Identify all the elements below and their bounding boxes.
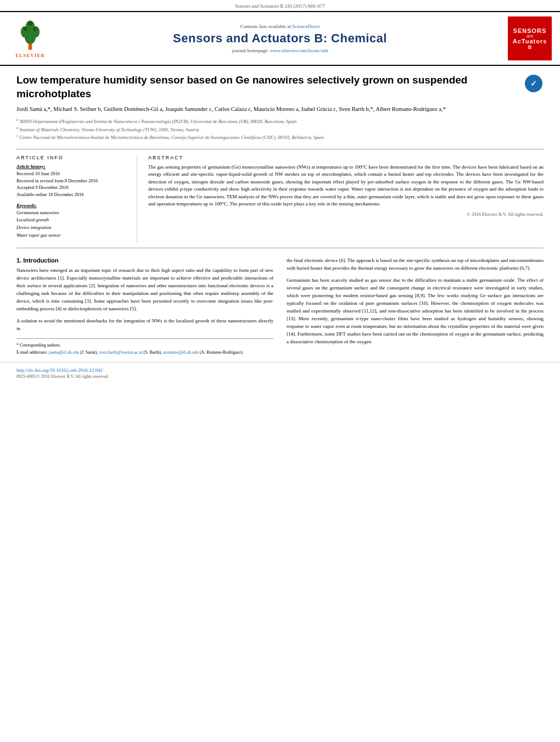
keywords-section: Keywords: Germanium nanowires Localized … xyxy=(16,203,129,239)
affiliation-b: b Institute of Materials Chemistry, Vien… xyxy=(16,125,544,133)
elsevier-logo: ELSEVIER xyxy=(5,19,55,58)
sensors-logo-actuators: AcTuators xyxy=(513,38,547,44)
homepage-text: journal homepage: xyxy=(232,48,269,53)
history-label: Article history: xyxy=(16,164,129,169)
separator-2 xyxy=(16,248,544,248)
article-content: Low temperature humidity sensor based on… xyxy=(0,66,560,362)
sensors-logo-b: B xyxy=(528,44,532,50)
footnote-emails: E-mail addresses: jsama@el.ub.edu (J. Sa… xyxy=(16,349,273,355)
history-received: Received 10 June 2016 xyxy=(16,170,129,177)
article-info-heading: ARTICLE INFO xyxy=(16,155,129,160)
svg-point-6 xyxy=(33,27,37,31)
contents-available-line: Contents lists available at ScienceDirec… xyxy=(60,24,500,29)
crossmark-badge[interactable]: ✓ xyxy=(524,74,544,93)
keywords-label: Keywords: xyxy=(16,203,129,208)
email-romano[interactable]: aromano@el.ub.edu xyxy=(163,350,199,355)
keyword-4: Water vapor gas sensor xyxy=(16,232,129,239)
journal-citation-bar: Sensors and Actuators B 243 (2017) 669–6… xyxy=(0,0,560,11)
history-online: Available online 10 December 2016 xyxy=(16,191,129,198)
elsevier-label: ELSEVIER xyxy=(15,53,45,58)
svg-point-5 xyxy=(24,27,27,31)
email-sama[interactable]: jsama@el.ub.edu xyxy=(49,350,79,355)
elsevier-tree-icon xyxy=(14,19,47,52)
keywords-list: Germanium nanowires Localized growth Dev… xyxy=(16,209,129,239)
journal-name: Sensors and Actuators B: Chemical xyxy=(60,31,500,46)
abstract-text: The gas sensing properties of germanium … xyxy=(148,164,544,208)
footnote-area: * Corresponding authors. E-mail addresse… xyxy=(16,338,273,355)
authors-text: Jordi Samà a,*, Michael S. Seifner b, Gu… xyxy=(16,106,446,112)
article-history-section: Article history: Received 10 June 2016 R… xyxy=(16,164,129,198)
copyright-line: © 2016 Elsevier B.V. All rights reserved… xyxy=(148,211,544,217)
homepage-line: journal homepage: www.elsevier.com/locat… xyxy=(60,48,500,53)
history-accepted: Accepted 9 December 2016 xyxy=(16,184,129,191)
doi-bar: http://dx.doi.org/10.1016/j.snb.2016.12.… xyxy=(0,362,560,381)
intro-para-2: A solution to avoid the mentioned drawba… xyxy=(16,317,273,333)
contents-text: Contents lists available at xyxy=(240,24,291,29)
homepage-link[interactable]: www.elsevier.com/locate/snb xyxy=(270,48,328,53)
affiliation-c-text: Centre Nacional de Microelectrònica-Inst… xyxy=(19,135,324,140)
introduction-heading: 1. Introduction xyxy=(16,257,273,264)
email-barth[interactable]: sven.barth@tuwien.ac.at xyxy=(99,350,142,355)
affiliations: a MIND-Departament d'Enginyeries and Ins… xyxy=(16,117,544,141)
sensors-logo-title: SENSORS xyxy=(513,27,547,34)
intro-para-1: Nanowires have emerged as an important t… xyxy=(16,267,273,313)
article-title: Low temperature humidity sensor based on… xyxy=(16,74,518,101)
separator-1 xyxy=(16,149,544,149)
affiliation-b-text: Institute of Materials Chemistry, Vienna… xyxy=(20,127,199,132)
sciencedirect-link[interactable]: ScienceDirect xyxy=(292,24,320,29)
affiliation-a: a MIND-Departament d'Enginyeries and Ins… xyxy=(16,117,544,125)
authors-line: Jordi Samà a,*, Michael S. Seifner b, Gu… xyxy=(16,105,544,114)
history-revised: Received in revised form 8 December 2016 xyxy=(16,177,129,185)
journal-title-center: Contents lists available at ScienceDirec… xyxy=(60,24,500,53)
crossmark-icon: ✓ xyxy=(525,75,542,92)
affiliation-a-text: MIND-Departament d'Enginyeries and Insti… xyxy=(20,119,297,124)
article-title-row: Low temperature humidity sensor based on… xyxy=(16,74,544,101)
body-col-right: the final electronic device [6]. The app… xyxy=(287,257,544,356)
abstract-heading: ABSTRACT xyxy=(148,155,544,160)
two-col-body: 1. Introduction Nanowires have emerged a… xyxy=(16,257,544,356)
intro-right-para-2: Germanium has been scarcely studied as g… xyxy=(287,277,544,345)
abstract-column: ABSTRACT The gas sensing properties of g… xyxy=(148,155,544,243)
issn-line: 0925-4005/© 2016 Elsevier B.V. All right… xyxy=(16,374,109,379)
svg-point-7 xyxy=(28,21,33,26)
keyword-1: Germanium nanowires xyxy=(16,209,129,217)
body-col-left: 1. Introduction Nanowires have emerged a… xyxy=(16,257,273,356)
keyword-2: Localized growth xyxy=(16,216,129,224)
article-info-column: ARTICLE INFO Article history: Received 1… xyxy=(16,155,137,243)
affiliation-c: c Centre Nacional de Microelectrònica-In… xyxy=(16,133,544,141)
journal-citation-text: Sensors and Actuators B 243 (2017) 669–6… xyxy=(235,3,325,9)
keyword-3: Device integration xyxy=(16,224,129,232)
sensors-logo-and: and xyxy=(527,34,533,38)
sensors-actuators-logo: SENSORS and AcTuators B xyxy=(508,16,552,60)
article-info-abstract-section: ARTICLE INFO Article history: Received 1… xyxy=(16,155,544,243)
journal-header: ELSEVIER Contents lists available at Sci… xyxy=(0,11,560,66)
body-section: 1. Introduction Nanowires have emerged a… xyxy=(16,257,544,356)
intro-right-para-1: the final electronic device [6]. The app… xyxy=(287,257,544,272)
footnote-corresponding: * Corresponding authors. xyxy=(16,342,273,348)
page: Sensors and Actuators B 243 (2017) 669–6… xyxy=(0,0,560,742)
doi-link[interactable]: http://dx.doi.org/10.1016/j.snb.2016.12.… xyxy=(16,367,103,373)
sensors-logo-box: SENSORS and AcTuators B xyxy=(505,16,555,60)
